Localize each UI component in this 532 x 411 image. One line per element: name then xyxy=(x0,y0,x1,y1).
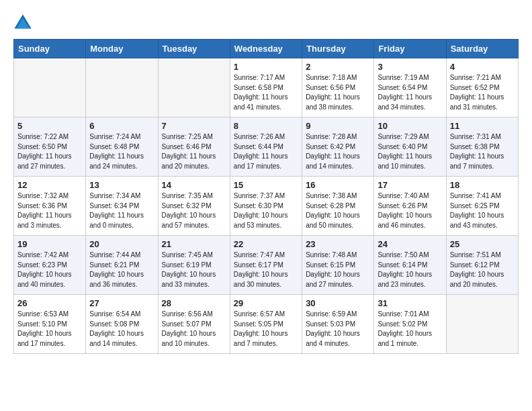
calendar-cell xyxy=(158,58,230,118)
day-number: 1 xyxy=(234,62,298,72)
day-number: 12 xyxy=(17,180,82,190)
day-info: Sunrise: 7:34 AM Sunset: 6:34 PM Dayligh… xyxy=(89,191,154,230)
calendar-body: 1Sunrise: 7:17 AM Sunset: 6:58 PM Daylig… xyxy=(14,58,519,354)
day-number: 27 xyxy=(89,298,154,308)
calendar-cell: 14Sunrise: 7:35 AM Sunset: 6:32 PM Dayli… xyxy=(158,177,230,236)
day-number: 5 xyxy=(17,121,82,131)
day-number: 4 xyxy=(450,62,515,72)
calendar-cell: 12Sunrise: 7:32 AM Sunset: 6:36 PM Dayli… xyxy=(14,177,86,236)
calendar-cell: 29Sunrise: 6:57 AM Sunset: 5:05 PM Dayli… xyxy=(230,295,302,354)
day-number: 18 xyxy=(450,180,515,190)
day-number: 14 xyxy=(162,180,226,190)
logo xyxy=(13,13,35,32)
day-number: 30 xyxy=(306,298,370,308)
calendar-cell: 3Sunrise: 7:19 AM Sunset: 6:54 PM Daylig… xyxy=(374,58,446,118)
day-info: Sunrise: 7:19 AM Sunset: 6:54 PM Dayligh… xyxy=(378,73,442,112)
day-header: Wednesday xyxy=(230,40,302,58)
calendar-cell: 2Sunrise: 7:18 AM Sunset: 6:56 PM Daylig… xyxy=(302,58,374,118)
calendar-header-row: SundayMondayTuesdayWednesdayThursdayFrid… xyxy=(14,40,519,58)
calendar-cell: 6Sunrise: 7:24 AM Sunset: 6:48 PM Daylig… xyxy=(86,118,158,177)
day-info: Sunrise: 7:29 AM Sunset: 6:40 PM Dayligh… xyxy=(378,132,442,171)
day-info: Sunrise: 7:42 AM Sunset: 6:23 PM Dayligh… xyxy=(17,250,82,289)
calendar-cell: 24Sunrise: 7:50 AM Sunset: 6:14 PM Dayli… xyxy=(374,236,446,295)
calendar-week-row: 26Sunrise: 6:53 AM Sunset: 5:10 PM Dayli… xyxy=(14,295,519,354)
day-info: Sunrise: 7:51 AM Sunset: 6:12 PM Dayligh… xyxy=(450,250,515,289)
header xyxy=(13,13,519,32)
logo-icon xyxy=(13,13,32,32)
day-info: Sunrise: 7:24 AM Sunset: 6:48 PM Dayligh… xyxy=(89,132,154,171)
calendar-cell xyxy=(446,295,518,354)
calendar-cell: 16Sunrise: 7:38 AM Sunset: 6:28 PM Dayli… xyxy=(302,177,374,236)
day-info: Sunrise: 7:28 AM Sunset: 6:42 PM Dayligh… xyxy=(306,132,370,171)
calendar-cell: 28Sunrise: 6:56 AM Sunset: 5:07 PM Dayli… xyxy=(158,295,230,354)
day-info: Sunrise: 7:37 AM Sunset: 6:30 PM Dayligh… xyxy=(234,191,298,230)
day-number: 20 xyxy=(89,239,154,249)
calendar-cell: 13Sunrise: 7:34 AM Sunset: 6:34 PM Dayli… xyxy=(86,177,158,236)
day-number: 21 xyxy=(162,239,226,249)
calendar-week-row: 19Sunrise: 7:42 AM Sunset: 6:23 PM Dayli… xyxy=(14,236,519,295)
calendar-cell: 30Sunrise: 6:59 AM Sunset: 5:03 PM Dayli… xyxy=(302,295,374,354)
day-number: 10 xyxy=(378,121,442,131)
day-info: Sunrise: 7:32 AM Sunset: 6:36 PM Dayligh… xyxy=(17,191,82,230)
calendar-cell: 27Sunrise: 6:54 AM Sunset: 5:08 PM Dayli… xyxy=(86,295,158,354)
day-number: 7 xyxy=(162,121,226,131)
day-number: 31 xyxy=(378,298,442,308)
calendar-cell: 20Sunrise: 7:44 AM Sunset: 6:21 PM Dayli… xyxy=(86,236,158,295)
calendar-week-row: 1Sunrise: 7:17 AM Sunset: 6:58 PM Daylig… xyxy=(14,58,519,118)
day-number: 11 xyxy=(450,121,515,131)
day-number: 23 xyxy=(306,239,370,249)
day-number: 26 xyxy=(17,298,82,308)
day-info: Sunrise: 7:41 AM Sunset: 6:25 PM Dayligh… xyxy=(450,191,515,230)
day-info: Sunrise: 7:25 AM Sunset: 6:46 PM Dayligh… xyxy=(162,132,226,171)
calendar-cell: 5Sunrise: 7:22 AM Sunset: 6:50 PM Daylig… xyxy=(14,118,86,177)
day-number: 22 xyxy=(234,239,298,249)
day-info: Sunrise: 7:45 AM Sunset: 6:19 PM Dayligh… xyxy=(162,250,226,289)
day-info: Sunrise: 7:21 AM Sunset: 6:52 PM Dayligh… xyxy=(450,73,515,112)
day-info: Sunrise: 7:22 AM Sunset: 6:50 PM Dayligh… xyxy=(17,132,82,171)
calendar-cell: 10Sunrise: 7:29 AM Sunset: 6:40 PM Dayli… xyxy=(374,118,446,177)
day-number: 25 xyxy=(450,239,515,249)
calendar-cell: 21Sunrise: 7:45 AM Sunset: 6:19 PM Dayli… xyxy=(158,236,230,295)
day-number: 17 xyxy=(378,180,442,190)
day-info: Sunrise: 7:48 AM Sunset: 6:15 PM Dayligh… xyxy=(306,250,370,289)
day-info: Sunrise: 6:54 AM Sunset: 5:08 PM Dayligh… xyxy=(89,310,154,349)
day-header: Saturday xyxy=(446,40,518,58)
day-info: Sunrise: 7:01 AM Sunset: 5:02 PM Dayligh… xyxy=(378,310,442,349)
calendar-cell: 26Sunrise: 6:53 AM Sunset: 5:10 PM Dayli… xyxy=(14,295,86,354)
calendar-cell: 31Sunrise: 7:01 AM Sunset: 5:02 PM Dayli… xyxy=(374,295,446,354)
calendar-cell: 7Sunrise: 7:25 AM Sunset: 6:46 PM Daylig… xyxy=(158,118,230,177)
calendar-cell: 25Sunrise: 7:51 AM Sunset: 6:12 PM Dayli… xyxy=(446,236,518,295)
day-info: Sunrise: 7:26 AM Sunset: 6:44 PM Dayligh… xyxy=(234,132,298,171)
day-info: Sunrise: 7:40 AM Sunset: 6:26 PM Dayligh… xyxy=(378,191,442,230)
day-info: Sunrise: 7:17 AM Sunset: 6:58 PM Dayligh… xyxy=(234,73,298,112)
calendar-cell: 4Sunrise: 7:21 AM Sunset: 6:52 PM Daylig… xyxy=(446,58,518,118)
day-number: 16 xyxy=(306,180,370,190)
calendar-cell xyxy=(14,58,86,118)
day-header: Thursday xyxy=(302,40,374,58)
calendar-cell: 19Sunrise: 7:42 AM Sunset: 6:23 PM Dayli… xyxy=(14,236,86,295)
calendar-cell: 23Sunrise: 7:48 AM Sunset: 6:15 PM Dayli… xyxy=(302,236,374,295)
calendar-week-row: 12Sunrise: 7:32 AM Sunset: 6:36 PM Dayli… xyxy=(14,177,519,236)
day-info: Sunrise: 7:35 AM Sunset: 6:32 PM Dayligh… xyxy=(162,191,226,230)
calendar-table: SundayMondayTuesdayWednesdayThursdayFrid… xyxy=(13,39,519,354)
day-info: Sunrise: 7:44 AM Sunset: 6:21 PM Dayligh… xyxy=(89,250,154,289)
day-number: 15 xyxy=(234,180,298,190)
day-header: Monday xyxy=(86,40,158,58)
day-info: Sunrise: 7:31 AM Sunset: 6:38 PM Dayligh… xyxy=(450,132,515,171)
day-number: 6 xyxy=(89,121,154,131)
day-number: 29 xyxy=(234,298,298,308)
day-number: 19 xyxy=(17,239,82,249)
day-number: 2 xyxy=(306,62,370,72)
calendar-cell: 17Sunrise: 7:40 AM Sunset: 6:26 PM Dayli… xyxy=(374,177,446,236)
day-info: Sunrise: 7:47 AM Sunset: 6:17 PM Dayligh… xyxy=(234,250,298,289)
calendar-week-row: 5Sunrise: 7:22 AM Sunset: 6:50 PM Daylig… xyxy=(14,118,519,177)
day-info: Sunrise: 6:57 AM Sunset: 5:05 PM Dayligh… xyxy=(234,310,298,349)
calendar-cell: 11Sunrise: 7:31 AM Sunset: 6:38 PM Dayli… xyxy=(446,118,518,177)
day-info: Sunrise: 6:59 AM Sunset: 5:03 PM Dayligh… xyxy=(306,310,370,349)
day-number: 3 xyxy=(378,62,442,72)
day-number: 9 xyxy=(306,121,370,131)
calendar-cell xyxy=(86,58,158,118)
calendar-cell: 1Sunrise: 7:17 AM Sunset: 6:58 PM Daylig… xyxy=(230,58,302,118)
calendar-cell: 8Sunrise: 7:26 AM Sunset: 6:44 PM Daylig… xyxy=(230,118,302,177)
day-info: Sunrise: 7:50 AM Sunset: 6:14 PM Dayligh… xyxy=(378,250,442,289)
